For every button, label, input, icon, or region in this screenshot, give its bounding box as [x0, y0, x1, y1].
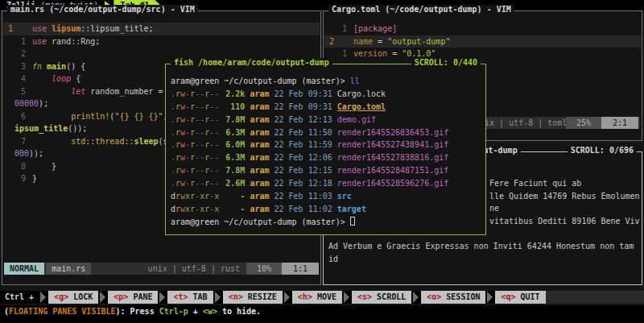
code-token: "{} {} {}"	[114, 110, 163, 123]
hint-segment: Ctrl-p	[159, 307, 188, 316]
line-number: 2	[329, 35, 347, 48]
code-token: use	[32, 23, 52, 35]
gutter-gap	[26, 23, 32, 35]
keybar-item-lock[interactable]: <g> LOCK	[48, 291, 98, 304]
code-token: let	[71, 85, 90, 98]
code-token: =	[387, 48, 402, 60]
code-token: }	[32, 172, 37, 185]
vim-fileinfo: unix | utf-8 | rust	[142, 263, 246, 275]
line-number: 8	[8, 160, 26, 173]
fish-shell-content[interactable]: aram@green ~/c/output-dump (master)> ll.…	[171, 75, 484, 233]
code-line: 2name = "output-dump"	[324, 35, 641, 48]
vim-filename: main.rs	[46, 263, 91, 275]
gutter-gap	[26, 48, 32, 60]
gutter-gap	[26, 35, 32, 48]
keybar-item-scroll[interactable]: <s> SCROLL	[352, 291, 411, 304]
file-date: 22 Feb 09:31	[275, 89, 332, 98]
keybar-key: <h>	[298, 292, 312, 301]
line-number: 4	[8, 72, 26, 85]
keybar-key: <p>	[114, 292, 128, 301]
keybar-prefix: Ctrl +	[0, 291, 39, 304]
code-token: use	[32, 35, 52, 48]
keybar-key: <o>	[427, 292, 441, 301]
file-owner: aram	[250, 205, 269, 213]
ribbon-separator-icon	[283, 291, 292, 304]
file-date: 22 Feb 12:06	[275, 153, 332, 162]
wrap-indent	[8, 97, 14, 110]
vim-cursor-position: 2:1	[601, 117, 638, 130]
file-list-row: .rw-r--r-- 6.3M aram 22 Feb 12:06 render…	[171, 151, 484, 164]
floating-pane-fish[interactable]: fish /home/aram/code/output-dump SCROLL:…	[165, 64, 486, 235]
file-date: 22 Feb 12:18	[275, 179, 332, 188]
file-size: 7.8M	[224, 114, 245, 126]
file-date: 22 Feb 11:02	[275, 205, 332, 213]
file-owner: aram	[250, 115, 269, 124]
file-list-row: drwxr-xr-x - aram 22 Feb 11:03 src	[171, 190, 484, 203]
terminal-cursor[interactable]	[350, 217, 355, 226]
line-number: 6	[8, 110, 26, 123]
keybar-item-quit[interactable]: <q> QUIT	[495, 291, 545, 304]
code-token: }	[32, 160, 56, 173]
keybar-key: <n>	[229, 292, 243, 301]
code-token: 000	[14, 147, 29, 160]
code-token	[32, 135, 71, 148]
vim-statusline-left: NORMAL main.rs unix | utf-8 | rust 10% 1…	[4, 263, 319, 275]
shell-prompt: aram@green ~/c/output-dump (master)>	[171, 216, 484, 229]
zellij-terminal: { "top_bar": { "app": "Zellij", "session…	[0, 0, 644, 323]
keybar-item-tab[interactable]: <t> TAB	[167, 291, 213, 304]
hint-segment: <w>	[203, 307, 217, 316]
code-line: 1[package]	[324, 23, 641, 35]
ribbon-separator-icon	[158, 291, 167, 304]
file-name: src	[337, 192, 352, 201]
ribbon-separator-icon	[411, 291, 421, 304]
file-owner: aram	[250, 140, 269, 149]
line-number: 1	[329, 23, 347, 35]
code-token	[32, 110, 71, 123]
file-list-row: .rw-r--r-- 7.8M aram 22 Feb 12:13 demo.g…	[171, 114, 484, 126]
file-owner: aram	[250, 166, 269, 175]
file-list-row: .rw-r--r-- 6.3M aram 22 Feb 11:50 render…	[171, 126, 484, 139]
code-token: () {	[66, 60, 85, 73]
file-date: 22 Feb 12:15	[275, 166, 332, 175]
file-owner: aram	[250, 153, 269, 162]
keybar-item-resize[interactable]: <n> RESIZE	[223, 291, 283, 304]
output-line: id	[328, 255, 338, 263]
code-line: 1use rand::Rng;	[3, 35, 320, 48]
code-token: main	[47, 60, 66, 73]
code-line: 1version = "0.1.0"	[324, 48, 641, 60]
gutter-gap	[26, 85, 32, 98]
keybar-item-pane[interactable]: <p> PANE	[108, 291, 158, 304]
hint-segment: to hide.	[217, 307, 261, 316]
file-size: 110	[224, 101, 245, 114]
file-name: Cargo.toml	[337, 102, 386, 111]
prompt-command: ll	[350, 77, 360, 85]
output-line: Ad Verbum e Graecis Expressas non Inviti…	[328, 242, 634, 251]
prompt-text: aram@green ~/c/output-dump (master)>	[171, 77, 350, 85]
gutter-gap	[347, 35, 353, 48]
file-size: 6.3M	[224, 151, 245, 164]
file-permissions: .rw-r--r--	[171, 140, 219, 149]
code-token: fn	[32, 60, 47, 73]
keybar-item-session[interactable]: <o> SESSION	[421, 291, 485, 304]
scroll-indicator: SCROLL: 0/696	[568, 146, 637, 155]
hint-segment: FLOATING PANES VISIBLE	[9, 307, 115, 316]
gutter-gap	[26, 135, 32, 148]
file-date: 22 Feb 11:03	[275, 192, 332, 201]
line-number: 3	[8, 60, 26, 73]
keybar-filler	[546, 291, 644, 304]
vim-cursor-position: 1:1	[282, 263, 319, 275]
file-name: render1645527838816.gif	[337, 153, 448, 162]
file-list-row: .rw-r--r-- 2.2k aram 22 Feb 09:31 Cargo.…	[171, 88, 484, 101]
file-date: 22 Feb 11:50	[275, 128, 332, 137]
file-owner: aram	[250, 192, 269, 201]
file-list-row: .rw-r--r-- 2.6M aram 22 Feb 12:18 render…	[171, 177, 484, 190]
file-permissions: .rw-r--r--	[171, 115, 219, 124]
file-date: 22 Feb 12:13	[275, 115, 332, 124]
gutter-gap	[26, 160, 32, 173]
code-token: ::	[85, 135, 95, 148]
file-owner: aram	[250, 128, 269, 137]
keybar-key: <t>	[173, 292, 188, 301]
keybar-item-move[interactable]: <h> MOVE	[292, 291, 342, 304]
keybar-key: <s>	[357, 292, 372, 301]
file-permissions: .rw-r--r--	[171, 153, 219, 162]
